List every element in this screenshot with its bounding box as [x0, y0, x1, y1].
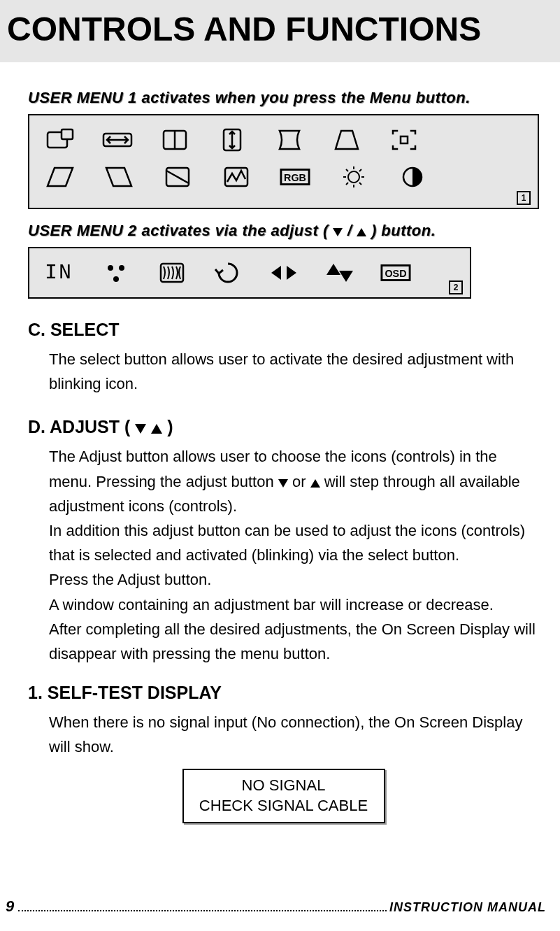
contrast-icon: [397, 164, 428, 190]
parallelogram-right-icon: [103, 164, 134, 190]
svg-marker-29: [287, 266, 296, 280]
svg-line-19: [346, 169, 348, 171]
pincushion-icon: [274, 127, 305, 153]
rgb-icon: RGB: [280, 164, 310, 190]
left-right-icon: [268, 260, 299, 286]
no-signal-line2: CHECK SIGNAL CABLE: [192, 796, 375, 816]
section-1-heading: 1. SELF-TEST DISPLAY: [28, 683, 539, 703]
zoom-icon: [389, 127, 419, 153]
svg-point-25: [119, 265, 124, 271]
section-d-heading-pre: D. ADJUST (: [28, 417, 130, 436]
svg-marker-28: [271, 266, 281, 280]
section-d-heading-post: ): [167, 417, 173, 436]
h-size-icon: [102, 127, 133, 153]
trapezoid-icon: [331, 127, 362, 153]
up-triangle-icon: [310, 479, 320, 488]
section-d-p1: The Adjust button allows user to choose …: [49, 444, 539, 518]
svg-line-22: [346, 183, 348, 185]
degauss-icon: [221, 164, 252, 190]
section-c: C. SELECT The select button allows user …: [28, 320, 539, 396]
section-1: 1. SELF-TEST DISPLAY When there is no si…: [28, 683, 539, 823]
svg-point-26: [113, 276, 119, 282]
footer-label: INSTRUCTION MANUAL: [389, 900, 546, 915]
section-d-heading: D. ADJUST ( ): [28, 417, 539, 437]
pip-icon: [45, 127, 76, 153]
svg-rect-8: [401, 136, 408, 143]
svg-line-10: [166, 171, 189, 183]
rotation-icon: [162, 164, 193, 190]
menu1-heading: USER MENU 1 activates when you press the…: [28, 89, 539, 107]
svg-point-24: [108, 265, 113, 271]
parallelogram-left-icon: [45, 164, 76, 190]
no-signal-box: NO SIGNAL CHECK SIGNAL CABLE: [182, 769, 385, 823]
page-title: CONTROLS AND FUNCTIONS: [7, 10, 560, 48]
svg-line-20: [359, 183, 361, 185]
up-down-icon: [324, 260, 355, 286]
section-d-p2: In addition this adjust button can be us…: [49, 518, 539, 567]
svg-text:OSD: OSD: [385, 268, 406, 279]
input-text-icon: IN: [45, 260, 76, 286]
menu2-heading-post: ) button.: [371, 222, 436, 239]
recall-icon: [213, 260, 243, 286]
footer-dots: [18, 910, 387, 911]
up-triangle-icon: [357, 228, 366, 236]
down-triangle-icon: [333, 228, 343, 236]
osd-icon: OSD: [380, 260, 411, 286]
brightness-icon: [338, 164, 369, 190]
moire-icon: [157, 260, 187, 286]
svg-marker-31: [339, 271, 353, 282]
section-d-p1-mid: or: [292, 473, 310, 490]
panel2-number: 2: [449, 280, 463, 294]
section-c-heading: C. SELECT: [28, 320, 539, 340]
title-bar: CONTROLS AND FUNCTIONS: [0, 0, 560, 62]
svg-marker-30: [326, 264, 340, 275]
section-1-body: When there is no signal input (No connec…: [49, 710, 539, 759]
footer: 9 INSTRUCTION MANUAL: [6, 897, 546, 916]
no-signal-line1: NO SIGNAL: [192, 776, 375, 796]
menu2-heading: USER MENU 2 activates via the adjust ( /…: [28, 222, 539, 240]
section-c-body: The select button allows user to activat…: [49, 347, 539, 396]
section-d: D. ADJUST ( ) The Adjust button allows u…: [28, 417, 539, 666]
up-triangle-icon: [151, 424, 162, 434]
page-number: 9: [6, 897, 14, 916]
menu2-panel: IN OSD 2: [28, 247, 471, 299]
down-triangle-icon: [278, 479, 288, 488]
h-position-icon: [159, 127, 190, 153]
svg-text:RGB: RGB: [284, 172, 306, 183]
svg-line-21: [359, 169, 361, 171]
convergence-icon: [101, 260, 131, 286]
v-size-icon: [217, 127, 247, 153]
section-d-p4: A window containing an adjustment bar wi…: [49, 592, 539, 617]
section-d-p3: Press the Adjust button.: [49, 567, 539, 592]
panel1-number: 1: [517, 191, 531, 205]
section-d-p5: After completing all the desired adjustm…: [49, 617, 539, 666]
svg-point-14: [348, 171, 359, 183]
svg-rect-1: [62, 129, 73, 139]
down-triangle-icon: [135, 424, 146, 434]
menu2-heading-pre: USER MENU 2 activates via the adjust (: [28, 222, 329, 239]
menu1-panel: RGB 1: [28, 114, 539, 209]
